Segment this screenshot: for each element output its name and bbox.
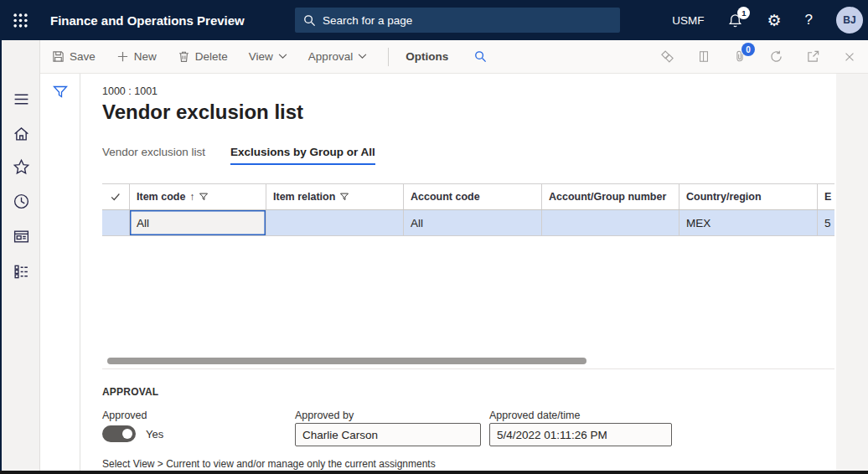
toolbar-right-icons: 0 [660, 49, 856, 64]
approved-toggle[interactable] [102, 425, 136, 442]
settings-button[interactable]: ⚙ [767, 13, 781, 28]
attachments-button[interactable]: 0 [733, 49, 747, 64]
app-launcher-icon[interactable] [0, 0, 40, 40]
page-title: Vendor exclusion list [102, 100, 303, 124]
filter-funnel-icon [199, 192, 209, 202]
search-icon [303, 14, 316, 27]
approval-menu-button[interactable]: Approval [308, 50, 367, 63]
exclusions-grid: Item code ↑ Item relation Account code A… [102, 183, 834, 369]
column-label: Account/Group number [549, 191, 666, 203]
form-content: 1000 : 1001 Vendor exclusion list Vendor… [80, 74, 836, 471]
clipped-cell[interactable]: 5 [817, 210, 834, 235]
workspaces-icon [13, 228, 30, 245]
save-icon [52, 50, 65, 63]
toggle-knob [122, 429, 132, 439]
sidebar-item-favorites[interactable] [13, 158, 30, 176]
approved-by-field[interactable]: Charlie Carson [295, 423, 481, 446]
delete-label: Delete [195, 50, 228, 63]
column-label: Account code [411, 191, 480, 203]
gear-icon: ⚙ [767, 13, 781, 28]
view-menu-button[interactable]: View [249, 50, 287, 63]
column-header-clipped[interactable]: E [817, 184, 834, 209]
new-button[interactable]: New [116, 50, 157, 63]
save-button[interactable]: Save [52, 50, 96, 63]
approved-by-label: Approved by [295, 410, 354, 421]
close-icon [843, 50, 856, 64]
global-search-box[interactable] [295, 8, 620, 33]
account-code-cell[interactable]: All [403, 210, 541, 235]
approved-datetime-label: Approved date/time [489, 410, 580, 421]
sidebar-item-workspaces[interactable] [13, 228, 30, 245]
close-button[interactable] [843, 50, 856, 64]
new-label: New [134, 50, 157, 63]
grid-select-all-header[interactable] [102, 184, 129, 209]
diamonds-icon [660, 49, 674, 64]
trash-icon [178, 50, 190, 63]
hamburger-icon [13, 90, 30, 108]
sidebar-item-recent[interactable] [13, 193, 30, 210]
account-group-number-cell[interactable] [541, 210, 679, 235]
approved-toggle-value: Yes [146, 428, 163, 441]
popout-icon [806, 49, 820, 64]
country-region-link[interactable]: MEX [679, 210, 817, 235]
window-horizontal-scrollbar[interactable] [0, 471, 868, 474]
home-icon [13, 125, 30, 142]
book-icon [697, 49, 710, 64]
column-header-country-region[interactable]: Country/region [679, 184, 817, 209]
toolbar-divider [388, 48, 389, 66]
sidebar-item-modules[interactable] [13, 263, 30, 281]
check-icon [110, 191, 121, 203]
view-label: View [249, 50, 273, 63]
clock-icon [13, 193, 30, 210]
column-label: Item relation [273, 191, 335, 203]
column-label: E [824, 191, 831, 203]
modules-icon [13, 263, 30, 281]
app-title: Finance and Operations Preview [50, 13, 245, 28]
refresh-icon [769, 49, 783, 64]
refresh-button[interactable] [769, 49, 783, 64]
approved-label: Approved [102, 410, 147, 421]
company-picker[interactable]: USMF [672, 14, 704, 27]
filter-funnel-icon [52, 84, 69, 100]
sidebar-item-home[interactable] [13, 125, 30, 142]
column-header-item-relation[interactable]: Item relation [266, 184, 403, 209]
grid-row-selected[interactable]: All All MEX 5 [102, 210, 834, 236]
open-in-new-window-button[interactable] [806, 49, 820, 64]
notifications-button[interactable]: 1 [727, 13, 743, 28]
column-header-item-code[interactable]: Item code ↑ [129, 184, 266, 209]
filter-funnel-icon [339, 192, 349, 202]
approved-datetime-field[interactable]: 5/4/2022 01:11:26 PM [489, 423, 672, 446]
hamburger-menu-button[interactable] [13, 90, 30, 108]
toolbar-search-button[interactable] [474, 50, 487, 63]
help-button[interactable]: ? [805, 12, 813, 28]
tab-vendor-exclusion-list[interactable]: Vendor exclusion list [102, 146, 205, 165]
office-panel-button[interactable] [697, 49, 710, 64]
search-icon [474, 50, 487, 63]
item-code-cell-focused[interactable]: All [129, 210, 266, 235]
approval-label: Approval [308, 50, 353, 63]
power-apps-button[interactable] [660, 49, 674, 64]
grid-horizontal-scrollbar[interactable] [107, 358, 586, 364]
save-label: Save [70, 50, 96, 63]
star-icon [13, 158, 30, 176]
approval-section-title: APPROVAL [102, 386, 158, 398]
tab-exclusions-by-group-or-all[interactable]: Exclusions by Group or All [230, 146, 375, 165]
navigation-sidebar [2, 40, 40, 471]
action-pane: Save New Delete View Approval Options [40, 40, 868, 74]
item-relation-cell[interactable] [266, 210, 403, 235]
chevron-down-icon [358, 54, 367, 59]
options-button[interactable]: Options [406, 50, 448, 63]
row-selector-cell[interactable] [102, 210, 129, 235]
record-caption: 1000 : 1001 [102, 85, 158, 97]
view-hint-text: Select View > Current to view and/or man… [102, 458, 436, 470]
delete-button[interactable]: Delete [178, 50, 228, 63]
filter-pane-button[interactable] [52, 84, 69, 100]
filter-pane-column [40, 74, 80, 471]
plus-icon [116, 50, 129, 63]
chevron-down-icon [278, 54, 287, 59]
search-input[interactable] [323, 14, 591, 27]
column-header-account-group-number[interactable]: Account/Group number [541, 184, 679, 209]
sort-ascending-icon: ↑ [189, 191, 194, 203]
column-header-account-code[interactable]: Account code [403, 184, 541, 209]
avatar[interactable]: BJ [836, 7, 863, 33]
